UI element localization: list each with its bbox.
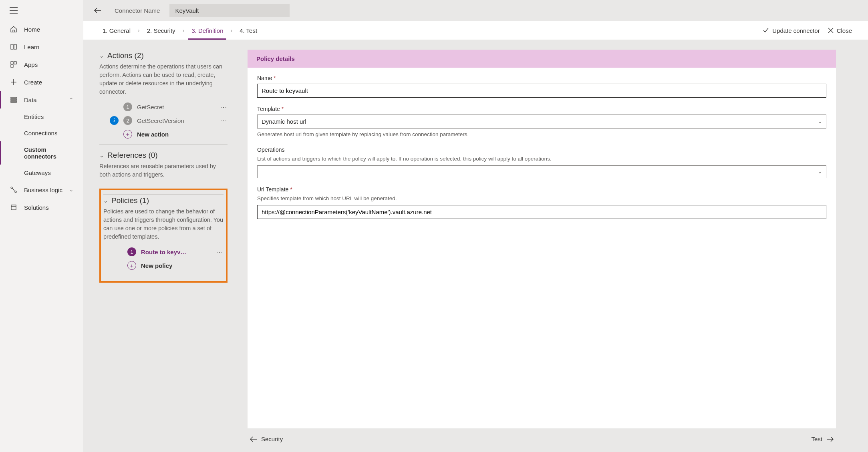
more-icon[interactable]: ⋯ — [220, 116, 228, 125]
svg-point-6 — [11, 187, 12, 189]
svg-rect-1 — [14, 62, 16, 64]
references-toggle[interactable]: ⌄ References (0) — [99, 151, 228, 162]
prev-security-link[interactable]: Security — [250, 436, 283, 442]
close-button[interactable]: Close — [828, 27, 852, 34]
nav-home-label: Home — [24, 26, 40, 33]
url-template-help: Specifies template from which host URL w… — [257, 195, 826, 203]
new-policy-button[interactable]: + New policy — [103, 259, 224, 272]
policies-description: Policies are used to change the behavior… — [103, 207, 224, 245]
badge-1: 1 — [127, 247, 136, 256]
svg-point-7 — [15, 191, 16, 193]
svg-rect-2 — [11, 65, 13, 67]
definition-sidebar: ⌄ Actions (2) Actions determine the oper… — [99, 50, 228, 442]
operations-label: Operations — [257, 147, 826, 153]
footer-nav: Security Test — [248, 428, 836, 442]
content: ⌄ Actions (2) Actions determine the oper… — [83, 40, 868, 452]
url-template-input[interactable] — [257, 205, 826, 219]
sidebar: Home Learn Apps Create Data ⌃ Entities C… — [0, 0, 83, 452]
chevron-down-icon: ⌄ — [818, 169, 822, 175]
step-test[interactable]: 4. Test — [236, 21, 260, 40]
data-icon — [10, 96, 18, 104]
nav-create[interactable]: Create — [0, 73, 83, 91]
new-action-button[interactable]: + New action — [99, 127, 228, 141]
chevron-down-icon: ⌄ — [818, 119, 822, 125]
flow-icon — [10, 186, 18, 194]
arrow-right-icon — [826, 436, 834, 442]
more-icon[interactable]: ⋯ — [216, 247, 224, 256]
nav-business-logic[interactable]: Business logic ⌄ — [0, 181, 83, 199]
svg-rect-4 — [11, 99, 16, 100]
info-icon: i — [110, 116, 119, 125]
home-icon — [10, 25, 18, 33]
nav-create-label: Create — [24, 79, 42, 86]
plus-circle-icon: + — [123, 130, 132, 139]
plus-circle-icon: + — [127, 261, 136, 270]
update-connector-button[interactable]: Update connector — [763, 27, 820, 34]
actions-description: Actions determine the operations that us… — [99, 62, 228, 100]
checkmark-icon — [763, 27, 769, 34]
nav-connections[interactable]: Connections — [0, 125, 83, 141]
apps-icon — [10, 60, 18, 68]
svg-rect-0 — [11, 62, 13, 64]
chevron-down-icon: ⌄ — [99, 152, 104, 159]
hamburger-icon — [10, 7, 18, 14]
operations-dropdown[interactable]: ⌄ — [257, 165, 826, 178]
arrow-left-icon — [94, 7, 102, 14]
references-title: References (0) — [107, 151, 158, 160]
step-definition[interactable]: 3. Definition — [188, 21, 226, 40]
solutions-icon — [10, 203, 18, 211]
svg-rect-5 — [11, 101, 16, 102]
nav-solutions[interactable]: Solutions — [0, 199, 83, 216]
arrow-left-icon — [250, 436, 257, 442]
policies-toggle[interactable]: ⌄ Policies (1) — [103, 196, 224, 207]
chevron-right-icon: › — [226, 27, 236, 34]
badge-2: 2 — [123, 116, 132, 125]
policies-highlight: ⌄ Policies (1) Policies are used to chan… — [99, 189, 228, 283]
chevron-right-icon: › — [179, 27, 189, 34]
operations-help: List of actions and triggers to which th… — [257, 155, 826, 163]
nav-learn-label: Learn — [24, 44, 39, 50]
nav-data-label: Data — [24, 96, 37, 103]
actions-toggle[interactable]: ⌄ Actions (2) — [99, 51, 228, 62]
main: Connector Name KeyVault 1. General › 2. … — [83, 0, 868, 452]
chevron-down-icon: ⌄ — [69, 187, 73, 193]
chevron-down-icon: ⌄ — [99, 52, 104, 59]
nav-bl-label: Business logic — [24, 187, 62, 193]
name-label: Name * — [257, 75, 826, 81]
nav-data[interactable]: Data ⌃ — [0, 91, 83, 108]
hamburger-button[interactable] — [0, 0, 83, 20]
header-row: Connector Name KeyVault — [83, 0, 868, 21]
policies-section: ⌄ Policies (1) Policies are used to chan… — [103, 194, 224, 275]
back-button[interactable] — [91, 3, 105, 18]
nav-apps-label: Apps — [24, 61, 38, 68]
references-description: References are reusable parameters used … — [99, 162, 228, 183]
references-section: ⌄ References (0) References are reusable… — [99, 144, 228, 186]
nav-learn[interactable]: Learn — [0, 38, 83, 56]
policies-title: Policies (1) — [111, 196, 149, 205]
next-test-link[interactable]: Test — [811, 436, 834, 442]
policy-item-route[interactable]: 1 Route to keyv… ⋯ — [103, 245, 224, 259]
step-security[interactable]: 2. Security — [144, 21, 179, 40]
template-dropdown[interactable]: Dynamic host url ⌄ — [257, 115, 826, 129]
template-label: Template * — [257, 106, 826, 112]
action-item-getsecretversion[interactable]: i 2 GetSecretVersion ⋯ — [99, 114, 228, 127]
nav-entities[interactable]: Entities — [0, 108, 83, 125]
action-item-getsecret[interactable]: 1 GetSecret ⋯ — [99, 100, 228, 114]
nav-home[interactable]: Home — [0, 20, 83, 38]
policy-details-panel: Policy details Name * Template * Dynamic… — [248, 50, 836, 428]
plus-icon — [10, 78, 18, 86]
template-help: Generates host url from given template b… — [257, 131, 826, 139]
policy-name-input[interactable] — [257, 84, 826, 98]
nav-gateways[interactable]: Gateways — [0, 165, 83, 181]
actions-title: Actions (2) — [107, 51, 144, 60]
svg-rect-8 — [11, 205, 16, 210]
chevron-up-icon: ⌃ — [69, 97, 73, 102]
nav-solutions-label: Solutions — [24, 204, 49, 211]
connector-name-input[interactable]: KeyVault — [169, 4, 290, 17]
nav-custom-connectors[interactable]: Custom connectors — [0, 141, 83, 165]
badge-1: 1 — [123, 102, 132, 111]
step-general[interactable]: 1. General — [99, 21, 134, 40]
steps-bar: 1. General › 2. Security › 3. Definition… — [83, 21, 868, 40]
nav-apps[interactable]: Apps — [0, 56, 83, 73]
more-icon[interactable]: ⋯ — [220, 102, 228, 111]
